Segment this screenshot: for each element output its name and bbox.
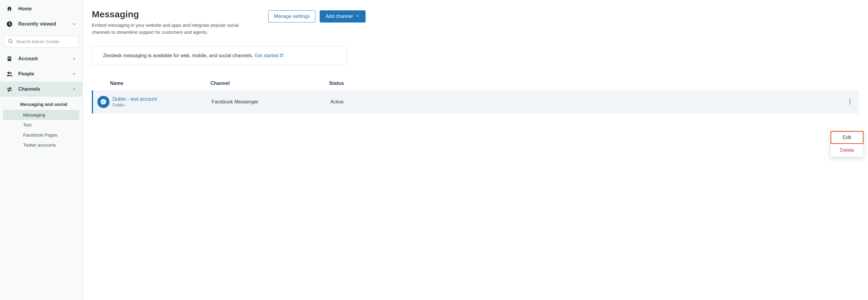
svg-point-12 [849,103,850,104]
svg-point-1 [8,39,12,42]
sidebar-subheading: Messaging and social [0,98,83,110]
info-text: Zendesk messaging is available for web, … [103,53,254,58]
col-header-channel: Channel [211,81,329,86]
svg-rect-7 [10,58,11,59]
svg-point-11 [849,101,850,102]
kebab-menu-icon[interactable] [847,97,853,107]
messenger-avatar-icon [97,96,110,108]
external-link-icon [280,53,284,58]
row-channel: Facebook Messenger [212,99,330,105]
people-icon [6,70,13,77]
sidebar-item-label: Channels [18,86,67,92]
chevron-down-icon [355,14,360,19]
chevron-down-icon [72,57,76,61]
sidebar-item-label: People [18,71,67,77]
row-name-sub: Dublin [113,102,212,108]
sidebar-sublist: Messaging and social Messaging Text Face… [0,97,83,150]
col-header-status: Status [329,81,841,86]
sidebar-subitem-text[interactable]: Text [3,120,80,130]
svg-rect-6 [8,58,9,59]
search-icon [8,38,13,45]
action-buttons: Manage settings Add channel [268,10,366,23]
chevron-down-icon [72,22,76,26]
channels-table: Name Channel Status Dublin - test accoun… [92,81,859,114]
svg-point-10 [849,99,850,100]
search-box[interactable] [4,36,79,48]
arrows-icon [6,86,13,92]
search-wrap [0,32,83,51]
sidebar-item-home[interactable]: Home [0,1,83,17]
building-icon [6,55,13,62]
svg-rect-4 [8,57,9,58]
sidebar-subitem-messaging[interactable]: Messaging [3,110,80,120]
page-description: Embed messaging in your website and apps… [92,22,256,36]
svg-rect-3 [8,57,11,61]
sidebar-item-recently-viewed[interactable]: Recently viewed [0,17,83,32]
button-label: Manage settings [274,14,310,19]
row-name-link[interactable]: Dublin - test account [113,96,157,101]
page-title: Messaging [92,9,256,20]
title-block: Messaging Embed messaging in your websit… [92,9,256,36]
page-header: Messaging Embed messaging in your websit… [92,9,859,36]
sidebar-item-channels[interactable]: Channels [0,82,83,97]
get-started-link[interactable]: Get started [254,53,284,58]
add-channel-button[interactable]: Add channel [320,10,366,23]
row-status: Active [330,99,841,105]
sidebar: Home Recently viewed Account Pe [0,0,83,300]
row-context-menu: Edit Delete [830,131,864,157]
link-label: Get started [254,53,279,58]
sidebar-item-label: Home [18,6,76,11]
svg-point-9 [10,72,12,74]
menu-item-edit[interactable]: Edit [831,131,863,144]
chevron-up-icon [72,87,76,91]
col-header-name: Name [92,81,211,86]
svg-rect-5 [10,57,11,58]
sidebar-subitem-twitter-accounts[interactable]: Twitter accounts [3,140,80,150]
chevron-down-icon [72,72,76,76]
sidebar-subitem-facebook-pages[interactable]: Facebook Pages [3,130,80,140]
sidebar-item-people[interactable]: People [0,66,83,82]
row-actions [841,97,859,107]
table-row[interactable]: Dublin - test account Dublin Facebook Me… [92,90,859,114]
button-label: Add channel [326,14,352,19]
sidebar-item-account[interactable]: Account [0,51,83,66]
sidebar-item-label: Account [18,56,67,61]
row-name-block: Dublin - test account Dublin [113,96,212,108]
info-card: Zendesk messaging is available for web, … [92,46,347,65]
main-content: Messaging Embed messaging in your websit… [83,0,868,300]
svg-line-2 [11,42,12,43]
sidebar-item-label: Recently viewed [18,21,67,27]
search-input[interactable] [16,39,75,44]
col-header-actions [841,81,859,86]
clock-icon [6,21,13,27]
menu-item-delete[interactable]: Delete [831,144,863,157]
svg-point-8 [8,72,10,74]
manage-settings-button[interactable]: Manage settings [268,10,315,23]
home-icon [6,5,13,12]
table-header-row: Name Channel Status [92,81,859,90]
